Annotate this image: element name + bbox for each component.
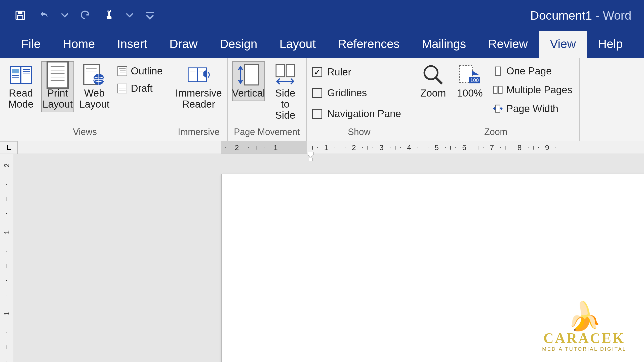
tab-design[interactable]: Design (209, 30, 268, 58)
zoom-100-label: 100% (457, 87, 483, 99)
page-width-button[interactable]: Page Width (490, 102, 575, 116)
save-button[interactable] (13, 8, 28, 23)
print-layout-button[interactable]: Print Layout (41, 61, 74, 112)
banana-icon: 🍌 (542, 302, 626, 330)
redo-button[interactable] (77, 8, 93, 23)
qat-customize-button[interactable] (142, 8, 157, 23)
one-page-icon (493, 66, 503, 76)
draft-label: Draft (131, 83, 153, 94)
ruler-corner[interactable]: L (0, 141, 18, 154)
quick-access-toolbar (0, 8, 157, 23)
one-page-label: One Page (506, 65, 552, 77)
undo-dropdown[interactable] (61, 8, 68, 23)
tab-insert[interactable]: Insert (106, 30, 158, 58)
tab-home[interactable]: Home (52, 30, 106, 58)
touch-mode-dropdown[interactable] (126, 8, 133, 23)
ruler-tick: 6 (460, 143, 468, 152)
svg-rect-2 (17, 16, 23, 20)
read-mode-icon (10, 64, 32, 86)
ruler-tick: 2 (350, 143, 358, 152)
group-views-label: Views (5, 125, 165, 140)
group-page-movement: Vertical Side to Side Page Movement (228, 58, 307, 141)
side-to-side-button[interactable]: Side to Side (269, 61, 302, 123)
checkbox-icon (312, 67, 322, 77)
tab-file[interactable]: File (10, 30, 52, 58)
vertical-button[interactable]: Vertical (232, 61, 265, 101)
checkbox-icon (312, 109, 322, 119)
svg-rect-52 (499, 86, 502, 94)
watermark: 🍌 CARACEK MEDIA TUTORIAL DIGITAL (542, 302, 626, 352)
svg-rect-26 (118, 66, 127, 76)
tab-layout[interactable]: Layout (268, 30, 327, 58)
svg-text:100: 100 (470, 77, 479, 83)
svg-rect-13 (47, 62, 68, 88)
tab-draw[interactable]: Draw (158, 30, 209, 58)
title-bar: Document1 - Word (0, 0, 644, 31)
web-layout-icon (83, 64, 105, 86)
tab-mailings[interactable]: Mailings (411, 30, 477, 58)
draft-button[interactable]: Draft (115, 81, 165, 96)
vertical-ruler[interactable]: 2 - | - 1 - | - - 1 - | - 2 (0, 154, 14, 362)
svg-rect-50 (495, 67, 500, 75)
svg-rect-51 (494, 86, 497, 94)
undo-button[interactable] (37, 8, 52, 23)
read-mode-button[interactable]: Read Mode (5, 61, 37, 112)
tab-help[interactable]: Help (587, 30, 634, 58)
navigation-pane-label: Navigation Pane (327, 108, 401, 119)
gridlines-checkbox[interactable]: Gridlines (311, 86, 402, 100)
svg-marker-54 (308, 152, 313, 157)
ruler-checkbox[interactable]: Ruler (311, 65, 402, 79)
ribbon-view: Read Mode Print Layout Web Layout (0, 58, 644, 141)
ruler-tick: 4 (405, 143, 413, 152)
group-immersive-label: Immersive (175, 125, 223, 140)
vertical-label: Vertical (232, 87, 265, 99)
print-layout-label: Print Layout (43, 87, 73, 110)
draft-icon (117, 83, 127, 94)
ribbon-tabs: File Home Insert Draw Design Layout Refe… (0, 31, 644, 58)
web-layout-label: Web Layout (79, 87, 109, 110)
ruler-tick: 2 (233, 143, 241, 152)
ruler-tick: 2 (0, 163, 14, 167)
navigation-pane-checkbox[interactable]: Navigation Pane (311, 107, 402, 121)
svg-rect-53 (496, 105, 500, 112)
web-layout-button[interactable]: Web Layout (78, 61, 111, 112)
read-mode-label: Read Mode (8, 87, 33, 110)
tell-me-button[interactable] (641, 34, 644, 58)
multiple-pages-button[interactable]: Multiple Pages (490, 83, 575, 97)
zoom-100-button[interactable]: 100 100% (454, 61, 486, 101)
outline-button[interactable]: Outline (115, 64, 165, 78)
document-workspace: L · 2 · | · 1 · | · |· 1 ·|· 2 ·|· 3 ·|·… (0, 141, 644, 362)
zoom-100-icon: 100 (459, 64, 481, 86)
one-page-button[interactable]: One Page (490, 64, 575, 78)
chevron-down-icon (126, 10, 133, 21)
tab-view[interactable]: View (539, 30, 587, 58)
print-layout-icon (47, 64, 69, 86)
ruler-tick: 1 (271, 143, 280, 152)
ruler-tick: 9 (543, 143, 551, 152)
svg-rect-1 (18, 11, 22, 14)
ruler-tick: 7 (488, 143, 496, 152)
immersive-reader-button[interactable]: Immersive Reader (175, 61, 223, 112)
group-show-label: Show (311, 125, 407, 140)
ruler-label: Ruler (327, 66, 351, 78)
svg-point-45 (424, 66, 438, 79)
watermark-brand: CARACEK (542, 330, 626, 346)
tab-references[interactable]: References (327, 30, 411, 58)
ruler-tick: 1 (0, 312, 14, 316)
ruler-tick: 8 (515, 143, 524, 152)
undo-icon (39, 10, 50, 21)
multiple-pages-icon (493, 85, 503, 95)
group-zoom-label: Zoom (417, 125, 575, 140)
touch-mode-button[interactable] (102, 8, 117, 23)
gridlines-label: Gridlines (327, 87, 367, 99)
indent-marker[interactable] (307, 152, 314, 162)
app-name: Word (603, 9, 631, 22)
checkbox-icon (312, 88, 322, 98)
side-to-side-label: Side to Side (271, 87, 300, 121)
redo-icon (79, 10, 91, 21)
horizontal-ruler[interactable]: · 2 · | · 1 · | · |· 1 ·|· 2 ·|· 3 ·|· 4… (18, 141, 644, 154)
group-views: Read Mode Print Layout Web Layout (0, 58, 170, 141)
tab-review[interactable]: Review (477, 30, 539, 58)
zoom-button[interactable]: Zoom (417, 61, 450, 101)
svg-rect-43 (276, 65, 284, 77)
